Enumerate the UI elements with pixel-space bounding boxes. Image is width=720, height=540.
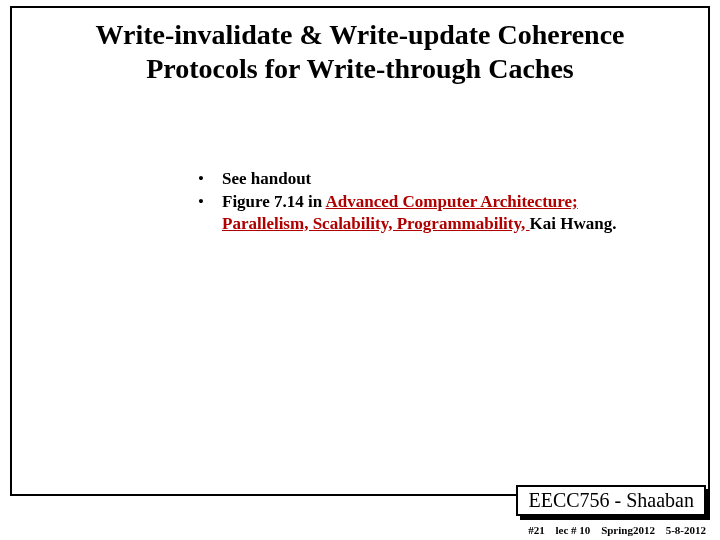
list-item: • Figure 7.14 in Advanced Computer Archi… [192,191,632,234]
bullet-text-2: Figure 7.14 in Advanced Computer Archite… [222,191,632,234]
slide-title: Write-invalidate & Write-update Coherenc… [12,8,708,85]
footer-meta: #21 lec # 10 Spring2012 5-8-2012 [528,524,706,536]
bullet-text-1: See handout [222,168,632,189]
slide-date: 5-8-2012 [666,524,706,536]
lecture-number: lec # 10 [556,524,591,536]
title-line-1: Write-invalidate & Write-update Coherenc… [95,19,624,50]
course-badge: EECC756 - Shaaban [516,485,706,516]
slide-frame: Write-invalidate & Write-update Coherenc… [10,6,710,496]
slide-number: #21 [528,524,545,536]
author-name: Kai Hwang. [530,214,617,233]
course-badge-text: EECC756 - Shaaban [516,485,706,516]
term-label: Spring2012 [601,524,655,536]
bullet-dot: • [192,168,222,189]
bullet-dot: • [192,191,222,234]
list-item: • See handout [192,168,632,189]
title-line-2: Protocols for Write-through Caches [146,53,573,84]
bullet-list: • See handout • Figure 7.14 in Advanced … [192,168,632,236]
figure-ref: Figure 7.14 in [222,192,326,211]
